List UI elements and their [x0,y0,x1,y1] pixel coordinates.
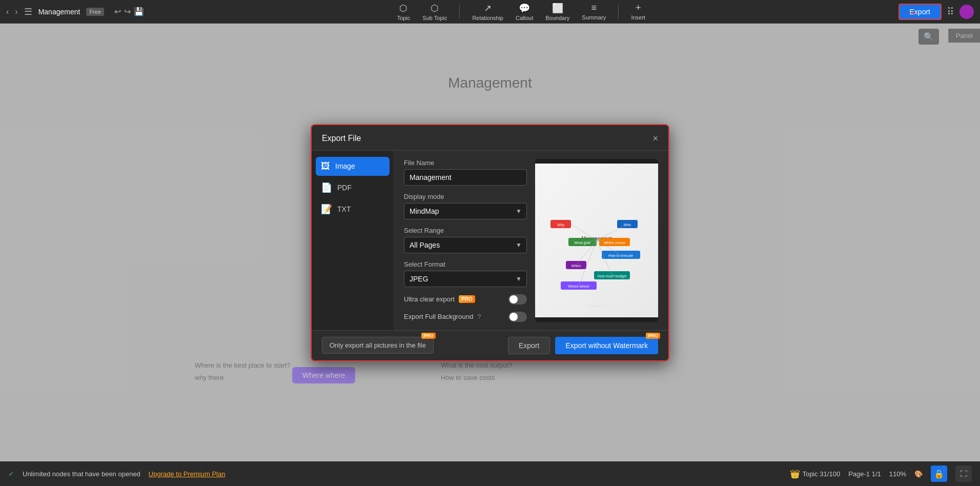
forward-icon[interactable]: › [15,7,17,16]
status-check-icon: ✓ [8,470,14,478]
export-full-bg-toggle[interactable] [508,312,527,322]
user-avatar[interactable] [959,5,974,19]
undo-icon[interactable]: ↩ [114,7,121,16]
status-bar-right: 👑 Topic 31/100 Page-1 1/1 110% 🎨 🔒 ⛶ [790,465,972,482]
sidebar-label-txt: TXT [337,205,351,213]
save-icon[interactable]: 💾 [134,7,144,16]
toolbar-item-callout[interactable]: 💬 Callout [516,3,533,21]
theme-icon: 🎨 [914,470,923,478]
only-export-button[interactable]: Only export all pictures in the file [322,337,434,354]
svg-text:How to execute: How to execute [608,254,633,257]
display-mode-wrapper: MindMap Outline ▼ [404,203,527,219]
sidebar-item-txt[interactable]: 📝 TXT [316,199,390,219]
image-icon: 🖼 [321,161,330,172]
modal-overlay: Export File × 🖼 Image 📄 PDF 📝 TXT [0,24,980,461]
summary-icon: ≡ [591,3,597,13]
status-theme[interactable]: 🎨 [914,470,923,478]
export-full-bg-knob [509,313,518,321]
toolbar-item-insert[interactable]: + Insert [631,3,645,21]
status-zoom: 110% [889,470,906,478]
ultra-clear-pro-badge: PRO [459,295,475,303]
file-name-field: File Name [404,159,527,186]
preview-image: M EdrawMind Management Why [535,164,658,317]
file-name-input[interactable] [404,169,527,186]
boundary-label: Boundary [545,15,569,21]
footer-right: Export Export without Watermark PRO [508,337,658,354]
select-format-select[interactable]: JPEG PNG SVG [404,271,527,287]
toolbar-item-relationship[interactable]: ↗ Relationship [472,3,503,21]
status-topic: 👑 Topic 31/100 [790,469,840,479]
dialog-close-button[interactable]: × [652,133,658,144]
unlimited-text: Unlimited nodes that have been opened [23,470,140,478]
toolbar-item-summary[interactable]: ≡ Summary [582,3,606,21]
select-range-label: Select Range [404,227,527,234]
more-options-icon[interactable]: ⠿ [947,6,954,18]
upgrade-link[interactable]: Upgrade to Premium Plan [149,470,226,478]
lock-button[interactable]: 🔒 [931,465,947,482]
relationship-icon: ↗ [484,3,492,14]
ultra-clear-toggle[interactable] [508,294,527,305]
select-format-label: Select Format [404,260,527,268]
dialog-main: File Name Display mode MindMap Outline ▼ [394,151,668,330]
ultra-clear-label-group: Ultra clear export PRO [404,295,475,303]
expand-icon: ⛶ [960,470,967,478]
toolbar-item-boundary[interactable]: ⬜ Boundary [545,3,569,21]
export-full-bg-label: Export Full Background [404,313,473,320]
crown-icon: 👑 [790,469,800,479]
display-mode-select[interactable]: MindMap Outline [404,203,527,219]
only-export-pro-badge: PRO [421,333,436,339]
summary-label: Summary [582,14,606,21]
sidebar-label-pdf: PDF [337,184,352,192]
insert-icon: + [636,3,641,13]
toolbar-separator-2 [618,5,619,19]
export-full-bg-row: Export Full Background ? [404,312,527,322]
preview-panel: M EdrawMind Management Why [535,159,658,322]
select-range-wrapper: All Pages Current Page ▼ [404,237,527,253]
export-no-watermark-button[interactable]: Export without Watermark PRO [555,337,658,354]
dialog-sidebar: 🖼 Image 📄 PDF 📝 TXT [312,151,394,330]
toolbar-center: ⬡ Topic ⬡ Sub Topic ↗ Relationship 💬 Cal… [150,3,892,21]
toolbar-right: → Export ⠿ [892,4,980,20]
subtopic-label: Sub Topic [422,15,447,21]
relationship-label: Relationship [472,15,503,21]
toolbar-separator-1 [459,5,460,19]
ultra-clear-row: Ultra clear export PRO [404,294,527,305]
dialog-title: Export File [322,134,361,143]
select-format-wrapper: JPEG PNG SVG ▼ [404,271,527,287]
only-export-wrapper: Only export all pictures in the file PRO [322,337,434,354]
svg-text:Who: Who [624,223,631,227]
lock-icon: 🔒 [934,469,944,479]
select-range-field: Select Range All Pages Current Page ▼ [404,227,527,253]
export-full-bg-label-group: Export Full Background ? [404,313,481,320]
ultra-clear-label: Ultra clear export [404,295,455,303]
sidebar-item-image[interactable]: 🖼 Image [316,157,390,176]
redo-icon[interactable]: ↪ [124,7,131,16]
subtopic-icon: ⬡ [431,3,439,14]
svg-text:Which choice: Which choice [604,241,625,245]
help-icon[interactable]: ? [477,313,481,320]
file-name-label: File Name [404,159,527,167]
select-format-field: Select Format JPEG PNG SVG ▼ [404,260,527,287]
export-dialog: Export File × 🖼 Image 📄 PDF 📝 TXT [311,124,669,361]
page-info: Page-1 1/1 [848,470,881,478]
topic-count: Topic 31/100 [802,470,840,478]
txt-icon: 📝 [321,204,332,215]
ultra-clear-knob [509,295,518,303]
sidebar-item-pdf[interactable]: 📄 PDF [316,178,390,197]
menu-icon[interactable]: ☰ [24,6,32,17]
app-title: Management [38,8,80,16]
toolbar-item-topic[interactable]: ⬡ Topic [397,3,411,21]
display-mode-field: Display mode MindMap Outline ▼ [404,193,527,219]
export-no-watermark-label: Export without Watermark [565,341,648,350]
history-controls: ↩ ↪ 💾 [114,7,144,16]
svg-text:Why: Why [557,223,565,227]
dialog-header: Export File × [312,125,668,151]
expand-button[interactable]: ⛶ [955,465,972,482]
callout-label: Callout [516,15,533,21]
red-arrow-indicator: → [904,4,918,21]
select-range-select[interactable]: All Pages Current Page [404,237,527,253]
dialog-footer: Only export all pictures in the file PRO… [312,330,668,360]
export-plain-button[interactable]: Export [508,337,550,354]
back-icon[interactable]: ‹ [6,7,9,16]
toolbar-item-subtopic[interactable]: ⬡ Sub Topic [422,3,447,21]
